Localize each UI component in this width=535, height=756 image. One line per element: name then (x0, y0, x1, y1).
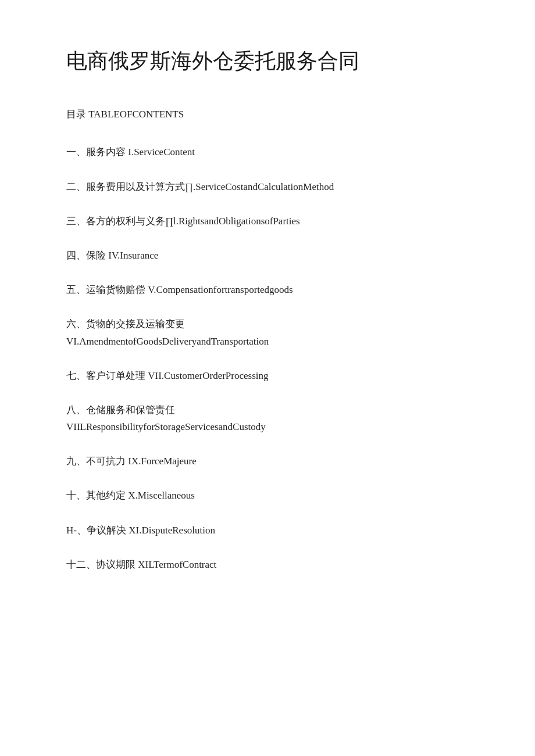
toc-header: 目录 TABLEOFCONTENTS (66, 108, 477, 121)
toc-item: 十二、协议期限 XILTermofContract (66, 557, 477, 572)
toc-item-line1: 五、运输货物赔偿 V.Compensationfortransportedgoo… (66, 282, 477, 298)
toc-item: 四、保险 IV.Insurance (66, 248, 477, 263)
toc-item: 一、服务内容 I.ServiceContent (66, 144, 477, 160)
page-container: 电商俄罗斯海外仓委托服务合同 目录 TABLEOFCONTENTS 一、服务内容… (0, 0, 535, 756)
toc-item-line1: H-、争议解决 XI.DisputeResolution (66, 522, 477, 538)
toc-item: 五、运输货物赔偿 V.Compensationfortransportedgoo… (66, 282, 477, 298)
toc-item: 八、仓储服务和保管责任VIILResponsibilityforStorageS… (66, 402, 477, 435)
toc-item-line1: 四、保险 IV.Insurance (66, 248, 477, 263)
toc-item: 六、货物的交接及运输变更VI.AmendmentofGoodsDeliverya… (66, 316, 477, 349)
toc-item: 十、其他约定 X.Miscellaneous (66, 488, 477, 503)
toc-item-line1: 八、仓储服务和保管责任 (66, 402, 477, 418)
toc-item-line1: 九、不可抗力 IX.ForceMajeure (66, 453, 477, 469)
toc-item: 三、各方的权利与义务∏l.RightsandObligationsofParti… (66, 213, 477, 229)
toc-item-line2: VIILResponsibilityforStorageServicesandC… (66, 419, 477, 435)
toc-item-line1: 七、客户订单处理 VII.CustomerOrderProcessing (66, 368, 477, 384)
toc-item-line2: VI.AmendmentofGoodsDeliveryandTransporta… (66, 334, 477, 349)
toc-item-line1: 六、货物的交接及运输变更 (66, 316, 477, 332)
toc-item: H-、争议解决 XI.DisputeResolution (66, 522, 477, 538)
toc-item-line1: 十二、协议期限 XILTermofContract (66, 557, 477, 572)
page-title: 电商俄罗斯海外仓委托服务合同 (66, 46, 477, 76)
toc-list: 一、服务内容 I.ServiceContent二、服务费用以及计算方式∏.Ser… (66, 144, 477, 572)
toc-item: 九、不可抗力 IX.ForceMajeure (66, 453, 477, 469)
toc-item-line1: 十、其他约定 X.Miscellaneous (66, 488, 477, 503)
toc-item: 七、客户订单处理 VII.CustomerOrderProcessing (66, 368, 477, 384)
toc-item: 二、服务费用以及计算方式∏.ServiceCostandCalculationM… (66, 179, 477, 195)
toc-item-line1: 二、服务费用以及计算方式∏.ServiceCostandCalculationM… (66, 179, 477, 195)
toc-item-line1: 一、服务内容 I.ServiceContent (66, 144, 477, 160)
toc-item-line1: 三、各方的权利与义务∏l.RightsandObligationsofParti… (66, 213, 477, 229)
